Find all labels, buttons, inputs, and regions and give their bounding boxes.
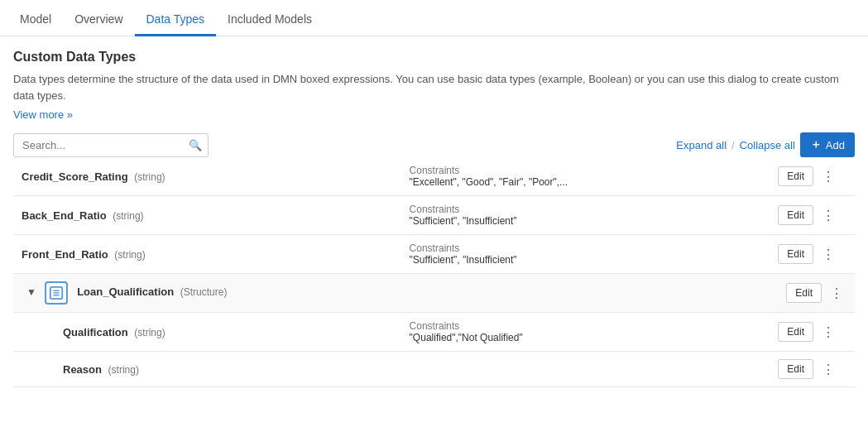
constraints-value: "Excellent", "Good", "Fair", "Poor",... [410,176,698,188]
kebab-menu-button[interactable]: ⋮ [817,167,840,186]
type-name: Front_End_Ratio [22,248,108,261]
type-name: Reason [63,363,102,376]
constraints-cell: Constraints "Excellent", "Good", "Fair",… [401,157,707,196]
table-row: ▼ Loan_Qualification (Structure) Edit ⋮ [13,274,855,313]
collapse-row-button[interactable]: ▼ [22,285,41,300]
table-row: Back_End_Ratio (string) Constraints "Suf… [13,196,855,235]
constraints-cell: Constraints "Sufficient", "Insufficient" [401,235,707,274]
edit-button[interactable]: Edit [778,244,813,264]
type-kind: (string) [113,210,143,222]
constraints-label: Constraints [410,242,698,254]
structure-icon [45,281,68,305]
edit-button[interactable]: Edit [786,283,822,303]
table-row: Credit_Score_Rating (string) Constraints… [13,157,855,196]
action-cell: Edit ⋮ [707,352,855,387]
action-cell: Edit ⋮ [707,196,855,235]
kebab-menu-button[interactable]: ⋮ [825,284,848,303]
toolbar-right: Expand all / Collapse all ＋ Add [676,132,855,157]
search-wrapper: 🔍 [13,133,209,157]
type-name: Back_End_Ratio [22,209,107,222]
section-title: Custom Data Types [13,50,855,65]
constraints-value: "Sufficient", "Insufficient" [410,254,698,266]
constraints-label: Constraints [410,320,698,332]
action-cell: Edit ⋮ [707,274,855,313]
constraints-cell: Constraints "Qualified","Not Qualified" [401,313,707,352]
separator: / [731,139,735,151]
type-name: Qualification [63,326,128,338]
toolbar: 🔍 Expand all / Collapse all ＋ Add [13,132,855,157]
add-button[interactable]: ＋ Add [800,132,855,157]
constraints-label: Constraints [410,165,698,176]
tab-included-models[interactable]: Included Models [216,4,324,36]
type-kind: (Structure) [180,286,228,298]
action-cell: Edit ⋮ [707,313,855,352]
table-row: Front_End_Ratio (string) Constraints "Su… [13,235,855,274]
tab-data-types[interactable]: Data Types [135,4,217,36]
type-kind: (string) [114,249,145,261]
constraints-label: Constraints [410,204,698,215]
tab-overview[interactable]: Overview [63,4,134,36]
type-kind: (string) [134,327,165,338]
type-name: Loan_Qualification [77,285,174,298]
search-input[interactable] [13,133,209,157]
constraints-value: "Qualified","Not Qualified" [410,332,698,343]
add-icon: ＋ [810,137,822,152]
edit-button[interactable]: Edit [778,359,813,379]
type-kind: (string) [108,364,139,376]
table-row: Reason (string) Edit ⋮ [13,352,855,387]
view-more-link[interactable]: View more » [13,108,73,121]
constraints-cell [401,352,707,387]
type-name: Credit_Score_Rating [22,170,128,183]
constraints-cell [401,274,707,313]
action-cell: Edit ⋮ [707,157,855,196]
table-row: Qualification (string) Constraints "Qual… [13,313,855,352]
edit-button[interactable]: Edit [778,166,813,186]
kebab-menu-button[interactable]: ⋮ [817,323,840,342]
constraints-value: "Sufficient", "Insufficient" [410,215,698,227]
expand-all-link[interactable]: Expand all [676,139,727,151]
edit-button[interactable]: Edit [778,205,813,225]
add-button-label: Add [826,139,845,151]
data-types-table: Credit_Score_Rating (string) Constraints… [13,157,855,387]
kebab-menu-button[interactable]: ⋮ [817,245,840,264]
collapse-all-link[interactable]: Collapse all [740,139,795,151]
type-kind: (string) [134,171,165,183]
section-description: Data types determine the structure of th… [13,71,855,103]
data-types-list: Credit_Score_Rating (string) Constraints… [13,157,855,414]
action-cell: Edit ⋮ [707,235,855,274]
constraints-cell: Constraints "Sufficient", "Insufficient" [401,196,707,235]
kebab-menu-button[interactable]: ⋮ [817,360,840,379]
tab-bar: ModelOverviewData TypesIncluded Models [0,0,868,36]
edit-button[interactable]: Edit [778,322,813,342]
tab-model[interactable]: Model [8,4,63,36]
search-icon: 🔍 [189,139,202,151]
kebab-menu-button[interactable]: ⋮ [817,206,840,225]
